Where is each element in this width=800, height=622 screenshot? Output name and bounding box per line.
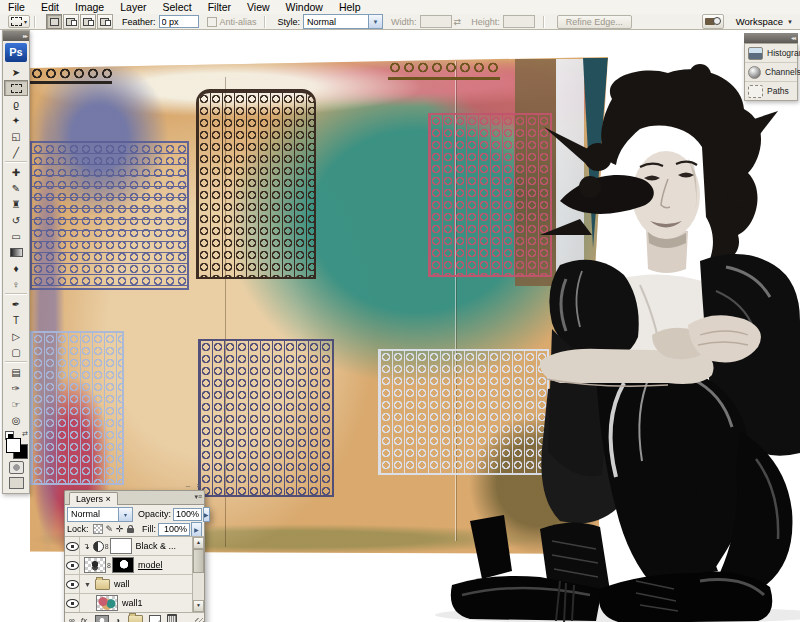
tool-brush[interactable]: ✎ — [4, 180, 28, 196]
group-expand-icon[interactable]: ▼ — [84, 581, 91, 588]
panel-button-paths[interactable]: Paths — [745, 82, 797, 100]
tool-eyedropper[interactable]: ✑ — [4, 380, 28, 396]
menu-edit[interactable]: Edit — [33, 0, 67, 14]
tool-zoom[interactable]: ◎ — [4, 412, 28, 428]
menu-select[interactable]: Select — [154, 0, 199, 14]
layer-name[interactable]: Black & ... — [136, 541, 177, 551]
panel-resize-grip[interactable] — [195, 618, 204, 622]
menu-filter[interactable]: Filter — [200, 0, 239, 14]
layer-name[interactable]: model — [138, 560, 163, 570]
photoshop-logo: Ps — [5, 43, 27, 62]
tool-lasso[interactable]: ϱ — [4, 96, 28, 112]
layer-name[interactable]: wall — [114, 579, 130, 589]
link-dimensions-icon[interactable]: ⇄ — [454, 17, 462, 27]
tool-history-brush[interactable]: ↺ — [4, 212, 28, 228]
tab-close-icon[interactable]: × — [106, 494, 111, 504]
tool-slice[interactable]: ╱ — [4, 144, 28, 160]
layers-scrollbar[interactable]: ▲ ▼ — [192, 537, 204, 612]
visibility-cell[interactable] — [65, 575, 80, 593]
toolbar-collapse-handle[interactable]: ▸▸ — [3, 31, 29, 41]
intersect-selection-button[interactable] — [97, 14, 113, 29]
fill-value[interactable]: 100% — [158, 523, 190, 536]
new-layer-icon[interactable] — [149, 615, 161, 622]
layer-row-model[interactable]: 8 model — [65, 556, 204, 575]
menu-window[interactable]: Window — [278, 0, 331, 14]
layers-window-buttons[interactable]: – × — [64, 482, 205, 490]
tool-move[interactable]: ➤ — [4, 64, 28, 80]
new-adjustment-icon[interactable]: ◑. — [115, 616, 122, 622]
tool-clone-stamp[interactable]: ♜ — [4, 196, 28, 212]
layer-row-wall1[interactable]: wall1 — [65, 594, 204, 612]
tool-type[interactable]: T — [4, 312, 28, 328]
lock-paint-icon[interactable]: ✎ — [106, 524, 114, 534]
scrollbar-thumb[interactable] — [193, 549, 204, 573]
dock-collapse-handle[interactable]: ◂◂ — [744, 33, 798, 43]
blend-mode-select[interactable]: Normal ▾ — [67, 507, 133, 522]
panel-menu-icon[interactable]: ▾≡ — [194, 493, 202, 501]
scroll-up-icon[interactable]: ▲ — [193, 537, 204, 549]
layer-thumbnail[interactable] — [84, 557, 106, 573]
chevron-down-icon[interactable]: ▾ — [118, 508, 132, 521]
layer-row-black-and-white[interactable]: ↴ 8 Black & ... — [65, 537, 204, 556]
chevron-down-icon: ▾ — [24, 18, 27, 25]
chevron-down-icon[interactable]: ▼ — [368, 15, 382, 28]
width-input[interactable] — [420, 15, 452, 28]
workspace-menu[interactable]: Workspace ▼ — [736, 16, 793, 27]
tool-magic-wand[interactable]: ✦ — [4, 112, 28, 128]
layer-row-wall-group[interactable]: ▼ wall — [65, 575, 204, 594]
swap-colors-icon[interactable]: ⇄ — [22, 430, 28, 438]
add-to-selection-button[interactable] — [63, 14, 79, 29]
foreground-color-swatch[interactable] — [6, 438, 21, 453]
new-group-icon[interactable] — [128, 615, 143, 622]
adjustment-mask-thumbnail[interactable] — [110, 538, 132, 554]
tool-preset-picker[interactable]: ▾ — [8, 15, 30, 28]
fill-spinner[interactable]: ▶ — [191, 522, 202, 537]
menu-image[interactable]: Image — [67, 0, 112, 14]
subtract-from-selection-button[interactable] — [80, 14, 96, 29]
tool-dodge[interactable]: ♀ — [4, 276, 28, 292]
opacity-value[interactable]: 100% — [173, 508, 202, 521]
visibility-cell[interactable] — [65, 537, 80, 555]
menu-file[interactable]: File — [0, 0, 33, 14]
tool-gradient[interactable] — [4, 244, 28, 260]
quick-mask-button[interactable] — [9, 461, 24, 474]
link-layers-icon[interactable]: ∞ — [69, 616, 75, 622]
tool-shape[interactable]: ▢ — [4, 344, 28, 360]
delete-layer-icon[interactable] — [167, 614, 177, 622]
visibility-cell[interactable] — [65, 556, 80, 574]
visibility-cell[interactable] — [65, 594, 80, 612]
height-input[interactable] — [503, 15, 535, 28]
tool-pen[interactable]: ✒ — [4, 296, 28, 312]
menu-help[interactable]: Help — [331, 0, 369, 14]
menu-layer[interactable]: Layer — [112, 0, 154, 14]
lock-all-icon[interactable] — [127, 528, 134, 533]
add-mask-icon[interactable] — [95, 615, 109, 622]
layer-mask-thumbnail[interactable] — [112, 557, 134, 573]
layer-name[interactable]: wall1 — [122, 598, 143, 608]
tool-hand[interactable]: ☞ — [4, 396, 28, 412]
go-to-bridge-icon[interactable] — [702, 14, 724, 29]
tool-healing-brush[interactable]: ✚ — [4, 164, 28, 180]
tool-path-selection[interactable]: ▷ — [4, 328, 28, 344]
tool-blur[interactable]: ♦ — [4, 260, 28, 276]
anti-alias-checkbox[interactable] — [207, 17, 217, 27]
feather-input[interactable] — [159, 15, 199, 28]
tool-crop[interactable]: ◱ — [4, 128, 28, 144]
lock-position-icon[interactable]: ✛ — [116, 524, 124, 534]
refine-edge-button[interactable]: Refine Edge... — [557, 15, 632, 29]
style-select[interactable]: Normal ▼ — [303, 14, 383, 29]
tool-eraser[interactable]: ▭ — [4, 228, 28, 244]
layer-thumbnail[interactable] — [96, 595, 118, 611]
menu-view[interactable]: View — [239, 0, 278, 14]
lock-transparency-icon[interactable] — [93, 524, 103, 534]
screen-mode-button[interactable] — [9, 477, 24, 489]
scroll-down-icon[interactable]: ▼ — [193, 600, 204, 612]
tab-layers[interactable]: Layers × — [69, 492, 118, 505]
panel-button-channels[interactable]: Channels — [745, 63, 797, 82]
tool-rectangular-marquee[interactable] — [4, 80, 28, 96]
opacity-spinner[interactable]: ▶ — [203, 507, 210, 522]
layer-style-icon[interactable]: fx. — [81, 616, 89, 622]
panel-button-histogram[interactable]: Histogram — [745, 44, 797, 63]
new-selection-button[interactable] — [46, 14, 62, 29]
tool-notes[interactable]: ▤ — [4, 364, 28, 380]
